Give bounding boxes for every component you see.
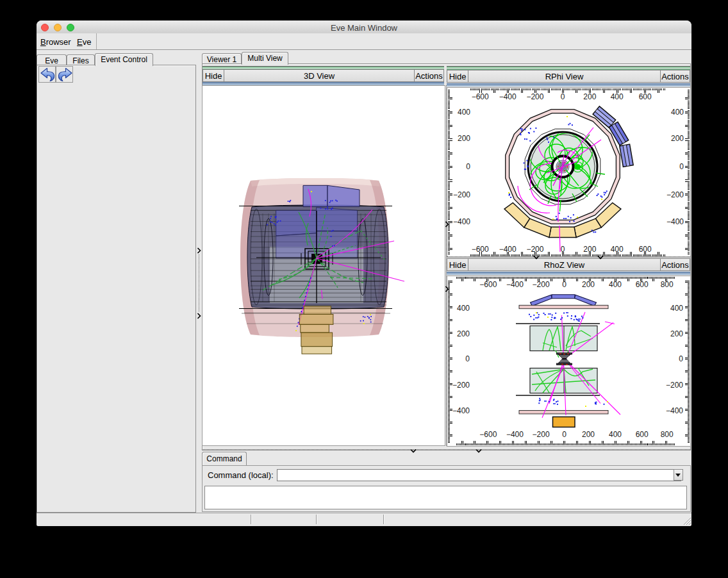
svg-text:400: 400	[609, 430, 622, 439]
svg-text:−600: −600	[479, 430, 497, 439]
svg-text:−200: −200	[452, 381, 470, 390]
svg-text:−200: −200	[526, 245, 543, 254]
svg-text:0: 0	[562, 280, 567, 289]
svg-text:200: 200	[670, 329, 683, 338]
svg-text:400: 400	[609, 280, 622, 289]
svg-text:200: 200	[671, 134, 684, 143]
svg-text:−200: −200	[526, 92, 543, 101]
svg-text:−400: −400	[666, 406, 683, 415]
svg-text:−600: −600	[472, 92, 489, 101]
svg-text:−400: −400	[499, 245, 517, 254]
svg-text:−400: −400	[506, 280, 524, 289]
svg-text:400: 400	[458, 108, 470, 117]
svg-text:800: 800	[661, 430, 674, 439]
svg-text:400: 400	[611, 245, 624, 254]
svg-text:−200: −200	[533, 280, 550, 289]
svg-text:600: 600	[636, 280, 649, 289]
svg-text:400: 400	[457, 304, 470, 313]
svg-text:200: 200	[583, 92, 596, 101]
svg-text:0: 0	[466, 162, 470, 171]
svg-text:−200: −200	[533, 430, 550, 439]
svg-text:200: 200	[583, 245, 596, 254]
svg-text:−400: −400	[452, 406, 470, 415]
svg-text:400: 400	[611, 92, 624, 101]
svg-text:−600: −600	[479, 280, 497, 289]
svg-text:−600: −600	[472, 245, 489, 254]
svg-text:0: 0	[679, 162, 684, 171]
svg-text:−400: −400	[453, 217, 470, 226]
svg-text:−400: −400	[666, 217, 684, 226]
svg-text:600: 600	[639, 92, 652, 101]
svg-text:200: 200	[582, 280, 595, 289]
svg-text:0: 0	[562, 430, 567, 439]
svg-text:400: 400	[671, 108, 684, 117]
svg-text:−200: −200	[666, 381, 683, 390]
svg-text:−400: −400	[506, 430, 524, 439]
svg-text:600: 600	[636, 430, 649, 439]
svg-text:0: 0	[561, 92, 565, 101]
svg-text:200: 200	[582, 430, 595, 439]
svg-text:600: 600	[639, 245, 652, 254]
svg-text:0: 0	[679, 354, 683, 363]
svg-text:−200: −200	[666, 190, 684, 199]
svg-text:400: 400	[670, 304, 683, 313]
svg-text:200: 200	[457, 329, 470, 338]
svg-text:200: 200	[458, 134, 470, 143]
svg-text:−400: −400	[499, 92, 517, 101]
svg-text:800: 800	[661, 280, 674, 289]
svg-text:0: 0	[465, 354, 470, 363]
svg-text:−200: −200	[453, 190, 470, 199]
svg-text:0: 0	[561, 245, 565, 254]
